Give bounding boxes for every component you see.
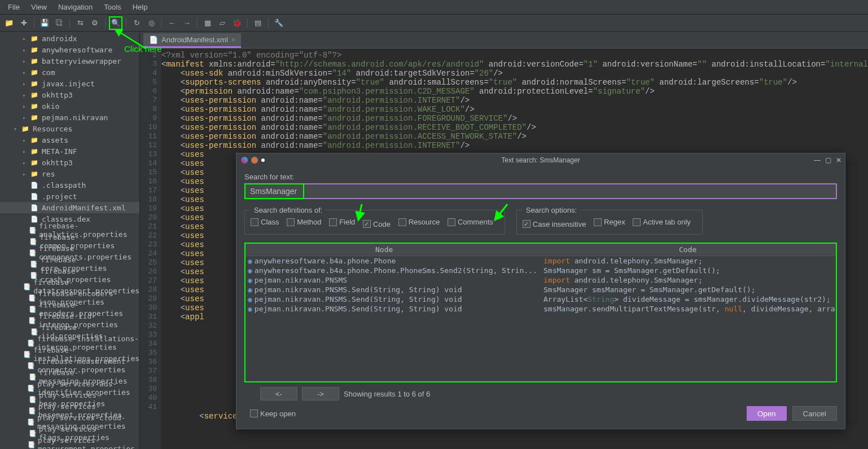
tree-item[interactable]: ▸📁res xyxy=(0,168,139,179)
next-results-button[interactable]: -> xyxy=(302,387,339,400)
save-icon[interactable]: 💾 xyxy=(38,16,51,30)
open-button[interactable]: Open xyxy=(747,406,787,421)
text-search-dialog: Text search: SmsManager — ▢ ✕ Search for… xyxy=(236,153,845,429)
tree-item[interactable]: 📄.project xyxy=(0,191,139,202)
tree-item[interactable]: ▸📁META-INF xyxy=(0,146,139,157)
back-icon[interactable]: ← xyxy=(165,16,179,30)
project-tree: ▸📁androidx▸📁anywheresoftware▸📁batteryvie… xyxy=(0,32,140,449)
line-gutter: 2345678910111213141516171819202122232425… xyxy=(140,49,161,449)
pref-icon[interactable]: ⚙ xyxy=(88,16,102,30)
close-icon[interactable]: ✕ xyxy=(836,156,841,164)
prev-results-button[interactable]: <- xyxy=(260,387,297,400)
app-icon xyxy=(241,157,248,164)
minimize-icon[interactable]: — xyxy=(814,156,821,164)
definitions-legend: Search definitions of: xyxy=(251,206,326,214)
search-input[interactable] xyxy=(244,183,837,199)
tab-androidmanifest[interactable]: 📄 AndroidManifest.xml × xyxy=(143,33,241,48)
chk-active-tab[interactable]: Active tab only xyxy=(633,218,691,226)
tree-item[interactable]: ▸📁com xyxy=(0,67,139,78)
sync-icon[interactable]: ⇆ xyxy=(73,16,87,30)
maximize-icon[interactable]: ▢ xyxy=(825,156,831,164)
menu-help[interactable]: Help xyxy=(127,1,154,14)
forward-icon[interactable]: → xyxy=(180,16,194,30)
tree-item[interactable]: ▸📁javax.inject xyxy=(0,78,139,89)
tree-item[interactable]: 📄.classpath xyxy=(0,179,139,191)
log-icon[interactable]: ▤ xyxy=(251,16,265,30)
editor-tabs: 📄 AndroidManifest.xml × xyxy=(140,32,868,49)
device-icon[interactable]: ▱ xyxy=(216,16,229,30)
chk-keep-open[interactable]: Keep open xyxy=(250,410,296,418)
menu-navigation[interactable]: Navigation xyxy=(52,1,98,14)
dialog-title-text: Text search: SmsManager xyxy=(501,156,580,164)
tree-item[interactable]: ▸📁batteryviewwrapper xyxy=(0,55,139,67)
xml-file-icon: 📄 xyxy=(149,36,158,44)
search-icon[interactable]: 🔍 xyxy=(109,16,122,30)
tree-item[interactable]: ▸📁okio xyxy=(0,100,139,112)
chk-method[interactable]: Method xyxy=(287,218,321,226)
menu-tools[interactable]: Tools xyxy=(98,1,126,14)
menubar: File View Navigation Tools Help xyxy=(0,0,868,15)
tree-item[interactable]: ▸📁assets xyxy=(0,134,139,146)
wrench-icon[interactable]: 🔧 xyxy=(272,16,286,30)
cancel-button[interactable]: Cancel xyxy=(792,406,838,421)
tree-item[interactable]: ▸📁okhttp3 xyxy=(0,89,139,100)
search-results-table: Node Code ◉ anywheresoftware.b4a.phone.P… xyxy=(244,243,837,383)
white-dot-icon xyxy=(261,159,265,162)
chk-class[interactable]: Class xyxy=(251,218,279,226)
options-legend: Search options: xyxy=(523,206,580,214)
chk-resource[interactable]: Resource xyxy=(398,218,440,226)
result-row[interactable]: ◉ pejman.nikravan.PNSMS.Send(String, Str… xyxy=(246,285,836,294)
result-row[interactable]: ◉ pejman.nikravan.PNSMS.Send(String, Str… xyxy=(246,304,836,314)
chk-code[interactable]: Code xyxy=(363,220,391,228)
tree-item[interactable]: ▸📁okhttp3 xyxy=(0,157,139,168)
tree-item[interactable]: 📑play-services-measurement.properties xyxy=(0,439,139,449)
menu-view[interactable]: View xyxy=(25,1,52,14)
tree-item[interactable]: 📄AndroidManifest.xml xyxy=(0,202,139,213)
result-row[interactable]: ◉ pejman.nikravan.PNSMSimport android.te… xyxy=(246,275,836,285)
open-project-icon[interactable]: ✚ xyxy=(17,16,30,30)
tree-item[interactable]: ▸📁pejman.nikravan xyxy=(0,112,139,123)
chk-field[interactable]: Field xyxy=(329,218,355,226)
chk-regex[interactable]: Regex xyxy=(594,218,625,226)
result-row[interactable]: ◉ pejman.nikravan.PNSMS.Send(String, Str… xyxy=(246,294,836,304)
tab-label: AndroidManifest.xml xyxy=(161,36,228,44)
bug-icon[interactable]: 🐞 xyxy=(230,16,244,30)
search-for-text-label: Search for text: xyxy=(244,173,837,181)
refresh-icon[interactable]: ↻ xyxy=(130,16,143,30)
result-row[interactable]: ◉ anywheresoftware.b4a.phone.Phoneimport… xyxy=(246,256,836,266)
col-header-code[interactable]: Code xyxy=(543,245,836,254)
chk-comments[interactable]: Comments xyxy=(448,218,493,226)
open-file-icon[interactable]: 📁 xyxy=(2,16,16,30)
search-options-group: Search options: Case insensitive Regex A… xyxy=(516,206,703,235)
orange-dot-icon xyxy=(251,157,258,164)
close-tab-icon[interactable]: × xyxy=(231,36,236,44)
dialog-titlebar: Text search: SmsManager — ▢ ✕ xyxy=(236,153,845,167)
struct-icon[interactable]: ▦ xyxy=(201,16,214,30)
menu-file[interactable]: File xyxy=(2,1,25,14)
result-row[interactable]: ◉ anywheresoftware.b4a.phone.Phone.Phone… xyxy=(246,266,836,275)
tree-item[interactable]: ▾📁Resources xyxy=(0,123,139,134)
save-all-icon[interactable]: ⿻ xyxy=(52,16,66,30)
target-icon[interactable]: ◎ xyxy=(144,16,158,30)
tree-item[interactable]: ▸📁anywheresoftware xyxy=(0,44,139,55)
search-definitions-group: Search definitions of: Class Method Fiel… xyxy=(244,206,505,235)
results-status: Showing results 1 to 6 of 6 xyxy=(344,390,430,398)
tree-item[interactable]: ▸📁androidx xyxy=(0,33,139,44)
toolbar: 📁 ✚ 💾 ⿻ ⇆ ⚙ 🔍 ↻ ◎ ← → ▦ ▱ 🐞 ▤ 🔧 xyxy=(0,15,868,32)
col-header-node[interactable]: Node xyxy=(246,245,543,254)
chk-case-insensitive[interactable]: Case insensitive xyxy=(523,220,586,228)
